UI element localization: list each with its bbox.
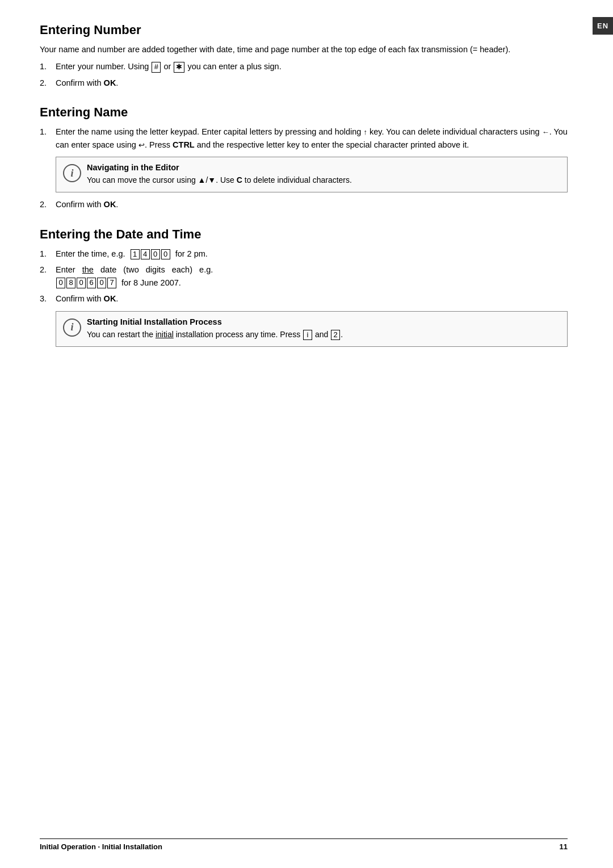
step-num: 2. xyxy=(40,77,56,89)
section-entering-number: Entering Number Your name and number are… xyxy=(40,23,568,89)
key-d6: 6 xyxy=(87,278,96,288)
entering-number-steps: 1. Enter your number. Using # or ✱ you c… xyxy=(40,60,568,89)
entering-number-intro: Your name and number are added together … xyxy=(40,43,568,56)
key-2: 2 xyxy=(331,330,340,341)
section-title-entering-name: Entering Name xyxy=(40,105,568,120)
entering-name-steps-after: 2. Confirm with OK. xyxy=(40,198,568,211)
step-num: 1. xyxy=(40,125,56,151)
arrow-return-icon: ↩ xyxy=(138,140,145,151)
key-d8: 8 xyxy=(66,278,75,288)
step-content: Confirm with OK. xyxy=(56,198,568,211)
section-title-entering-date-time: Entering the Date and Time xyxy=(40,227,568,242)
section-title-entering-number: Entering Number xyxy=(40,23,568,37)
footer: Initial Operation · Initial Installation… xyxy=(40,838,568,851)
entering-name-steps: 1. Enter the name using the letter keypa… xyxy=(40,125,568,151)
language-label: EN xyxy=(597,22,608,30)
list-item: 1. Enter the name using the letter keypa… xyxy=(40,125,568,151)
page: EN Entering Number Your name and number … xyxy=(0,0,613,868)
step-num: 1. xyxy=(40,60,56,73)
info-content: Navigating in the Editor You can move th… xyxy=(87,163,560,186)
key-0a: 0 xyxy=(151,249,160,260)
step-content: Enter your number. Using # or ✱ you can … xyxy=(56,60,568,73)
key-4: 4 xyxy=(141,249,150,260)
step-content: Enter the date (two digits each) e.g. 08… xyxy=(56,263,568,289)
step-num: 3. xyxy=(40,292,56,305)
step-num: 2. xyxy=(40,198,56,211)
step-num: 1. xyxy=(40,248,56,260)
arrow-up-icon: ↑ xyxy=(363,127,367,138)
key-hash: # xyxy=(152,62,161,73)
footer-left-text: Initial Operation · Initial Installation xyxy=(40,842,162,851)
section-entering-date-time: Entering the Date and Time 1. Enter the … xyxy=(40,227,568,347)
info-box-navigating: i Navigating in the Editor You can move … xyxy=(56,157,568,192)
content-area: Entering Number Your name and number are… xyxy=(40,0,568,347)
underline-initial: initial xyxy=(156,330,174,339)
arrow-left-icon: ← xyxy=(542,127,549,138)
key-d0: 0 xyxy=(56,278,65,288)
language-tab: EN xyxy=(593,17,613,35)
info-title: Starting Initial Installation Process xyxy=(87,317,560,326)
step-content: Enter the time, e.g. 1400 for 2 pm. xyxy=(56,248,568,260)
key-d7: 7 xyxy=(107,278,116,288)
footer-page-number: 11 xyxy=(560,842,568,851)
key-0b: 0 xyxy=(161,249,170,260)
step-content: Confirm with OK. xyxy=(56,292,568,305)
list-item: 1. Enter your number. Using # or ✱ you c… xyxy=(40,60,568,73)
info-body: You can restart the initial installation… xyxy=(87,329,560,341)
key-d0b: 0 xyxy=(77,278,86,288)
step-content: Confirm with OK. xyxy=(56,77,568,89)
list-item: 2. Confirm with OK. xyxy=(40,77,568,89)
info-box-installation: i Starting Initial Installation Process … xyxy=(56,311,568,347)
entering-date-time-steps: 1. Enter the time, e.g. 1400 for 2 pm. 2… xyxy=(40,248,568,305)
key-star: ✱ xyxy=(174,62,184,73)
list-item: 3. Confirm with OK. xyxy=(40,292,568,305)
key-i: i xyxy=(303,330,312,341)
info-title: Navigating in the Editor xyxy=(87,163,560,172)
step-content: Enter the name using the letter keypad. … xyxy=(56,125,568,151)
info-body: You can move the cursor using ▲/▼. Use C… xyxy=(87,174,560,186)
list-item: 2. Confirm with OK. xyxy=(40,198,568,211)
list-item: 1. Enter the time, e.g. 1400 for 2 pm. xyxy=(40,248,568,260)
key-d0c: 0 xyxy=(97,278,106,288)
list-item: 2. Enter the date (two digits each) e.g.… xyxy=(40,263,568,289)
step-num: 2. xyxy=(40,263,56,289)
underline-the: the xyxy=(82,265,94,274)
info-icon: i xyxy=(63,164,81,182)
section-entering-name: Entering Name 1. Enter the name using th… xyxy=(40,105,568,211)
info-icon: i xyxy=(63,318,81,337)
info-content: Starting Initial Installation Process Yo… xyxy=(87,317,560,341)
key-1: 1 xyxy=(131,249,140,260)
